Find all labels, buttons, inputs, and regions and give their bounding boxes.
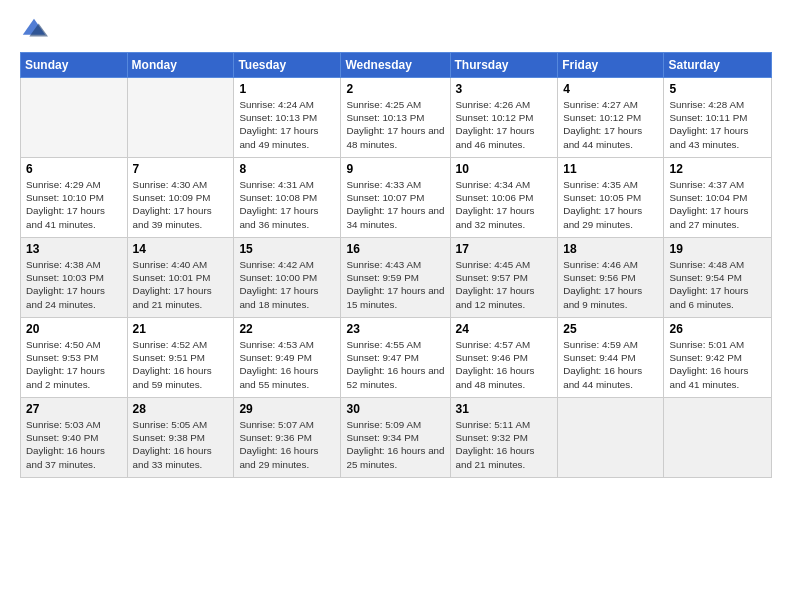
day-number: 9 bbox=[346, 162, 444, 176]
day-number: 8 bbox=[239, 162, 335, 176]
calendar-header-tuesday: Tuesday bbox=[234, 53, 341, 78]
day-info: Sunrise: 4:59 AM Sunset: 9:44 PM Dayligh… bbox=[563, 338, 658, 391]
day-number: 31 bbox=[456, 402, 553, 416]
day-number: 2 bbox=[346, 82, 444, 96]
calendar-cell: 21Sunrise: 4:52 AM Sunset: 9:51 PM Dayli… bbox=[127, 318, 234, 398]
day-number: 24 bbox=[456, 322, 553, 336]
calendar-cell: 19Sunrise: 4:48 AM Sunset: 9:54 PM Dayli… bbox=[664, 238, 772, 318]
day-number: 22 bbox=[239, 322, 335, 336]
day-info: Sunrise: 4:57 AM Sunset: 9:46 PM Dayligh… bbox=[456, 338, 553, 391]
calendar-header-monday: Monday bbox=[127, 53, 234, 78]
calendar-cell: 17Sunrise: 4:45 AM Sunset: 9:57 PM Dayli… bbox=[450, 238, 558, 318]
day-number: 11 bbox=[563, 162, 658, 176]
day-info: Sunrise: 4:45 AM Sunset: 9:57 PM Dayligh… bbox=[456, 258, 553, 311]
day-info: Sunrise: 4:38 AM Sunset: 10:03 PM Daylig… bbox=[26, 258, 122, 311]
day-number: 28 bbox=[133, 402, 229, 416]
day-info: Sunrise: 4:29 AM Sunset: 10:10 PM Daylig… bbox=[26, 178, 122, 231]
day-number: 6 bbox=[26, 162, 122, 176]
calendar-cell bbox=[664, 398, 772, 478]
calendar-header-sunday: Sunday bbox=[21, 53, 128, 78]
calendar-cell: 25Sunrise: 4:59 AM Sunset: 9:44 PM Dayli… bbox=[558, 318, 664, 398]
day-info: Sunrise: 5:11 AM Sunset: 9:32 PM Dayligh… bbox=[456, 418, 553, 471]
calendar-cell: 31Sunrise: 5:11 AM Sunset: 9:32 PM Dayli… bbox=[450, 398, 558, 478]
calendar-cell: 11Sunrise: 4:35 AM Sunset: 10:05 PM Dayl… bbox=[558, 158, 664, 238]
day-info: Sunrise: 4:24 AM Sunset: 10:13 PM Daylig… bbox=[239, 98, 335, 151]
day-info: Sunrise: 4:34 AM Sunset: 10:06 PM Daylig… bbox=[456, 178, 553, 231]
calendar-cell: 3Sunrise: 4:26 AM Sunset: 10:12 PM Dayli… bbox=[450, 78, 558, 158]
day-number: 26 bbox=[669, 322, 766, 336]
day-info: Sunrise: 4:40 AM Sunset: 10:01 PM Daylig… bbox=[133, 258, 229, 311]
day-info: Sunrise: 4:37 AM Sunset: 10:04 PM Daylig… bbox=[669, 178, 766, 231]
calendar-cell: 9Sunrise: 4:33 AM Sunset: 10:07 PM Dayli… bbox=[341, 158, 450, 238]
calendar-cell: 8Sunrise: 4:31 AM Sunset: 10:08 PM Dayli… bbox=[234, 158, 341, 238]
calendar-cell: 5Sunrise: 4:28 AM Sunset: 10:11 PM Dayli… bbox=[664, 78, 772, 158]
calendar-cell: 14Sunrise: 4:40 AM Sunset: 10:01 PM Dayl… bbox=[127, 238, 234, 318]
day-number: 4 bbox=[563, 82, 658, 96]
calendar-week-3: 13Sunrise: 4:38 AM Sunset: 10:03 PM Dayl… bbox=[21, 238, 772, 318]
calendar-cell: 7Sunrise: 4:30 AM Sunset: 10:09 PM Dayli… bbox=[127, 158, 234, 238]
calendar-cell: 12Sunrise: 4:37 AM Sunset: 10:04 PM Dayl… bbox=[664, 158, 772, 238]
day-info: Sunrise: 4:42 AM Sunset: 10:00 PM Daylig… bbox=[239, 258, 335, 311]
calendar-header-wednesday: Wednesday bbox=[341, 53, 450, 78]
day-number: 17 bbox=[456, 242, 553, 256]
day-number: 13 bbox=[26, 242, 122, 256]
day-info: Sunrise: 4:50 AM Sunset: 9:53 PM Dayligh… bbox=[26, 338, 122, 391]
day-number: 19 bbox=[669, 242, 766, 256]
day-number: 7 bbox=[133, 162, 229, 176]
day-number: 10 bbox=[456, 162, 553, 176]
day-info: Sunrise: 5:07 AM Sunset: 9:36 PM Dayligh… bbox=[239, 418, 335, 471]
day-number: 29 bbox=[239, 402, 335, 416]
day-number: 5 bbox=[669, 82, 766, 96]
day-info: Sunrise: 4:48 AM Sunset: 9:54 PM Dayligh… bbox=[669, 258, 766, 311]
day-number: 16 bbox=[346, 242, 444, 256]
calendar-cell: 26Sunrise: 5:01 AM Sunset: 9:42 PM Dayli… bbox=[664, 318, 772, 398]
logo bbox=[20, 16, 52, 44]
day-info: Sunrise: 5:01 AM Sunset: 9:42 PM Dayligh… bbox=[669, 338, 766, 391]
day-number: 30 bbox=[346, 402, 444, 416]
calendar-week-2: 6Sunrise: 4:29 AM Sunset: 10:10 PM Dayli… bbox=[21, 158, 772, 238]
day-number: 27 bbox=[26, 402, 122, 416]
calendar-cell: 15Sunrise: 4:42 AM Sunset: 10:00 PM Dayl… bbox=[234, 238, 341, 318]
day-info: Sunrise: 5:05 AM Sunset: 9:38 PM Dayligh… bbox=[133, 418, 229, 471]
day-number: 25 bbox=[563, 322, 658, 336]
day-info: Sunrise: 4:33 AM Sunset: 10:07 PM Daylig… bbox=[346, 178, 444, 231]
calendar-cell: 18Sunrise: 4:46 AM Sunset: 9:56 PM Dayli… bbox=[558, 238, 664, 318]
calendar-cell: 24Sunrise: 4:57 AM Sunset: 9:46 PM Dayli… bbox=[450, 318, 558, 398]
day-number: 15 bbox=[239, 242, 335, 256]
calendar-week-1: 1Sunrise: 4:24 AM Sunset: 10:13 PM Dayli… bbox=[21, 78, 772, 158]
calendar-header-row: SundayMondayTuesdayWednesdayThursdayFrid… bbox=[21, 53, 772, 78]
calendar-cell: 2Sunrise: 4:25 AM Sunset: 10:13 PM Dayli… bbox=[341, 78, 450, 158]
day-info: Sunrise: 4:43 AM Sunset: 9:59 PM Dayligh… bbox=[346, 258, 444, 311]
calendar-cell: 29Sunrise: 5:07 AM Sunset: 9:36 PM Dayli… bbox=[234, 398, 341, 478]
day-info: Sunrise: 4:27 AM Sunset: 10:12 PM Daylig… bbox=[563, 98, 658, 151]
calendar-cell: 27Sunrise: 5:03 AM Sunset: 9:40 PM Dayli… bbox=[21, 398, 128, 478]
header bbox=[20, 16, 772, 44]
calendar-cell: 10Sunrise: 4:34 AM Sunset: 10:06 PM Dayl… bbox=[450, 158, 558, 238]
calendar-cell: 30Sunrise: 5:09 AM Sunset: 9:34 PM Dayli… bbox=[341, 398, 450, 478]
day-number: 14 bbox=[133, 242, 229, 256]
day-info: Sunrise: 4:55 AM Sunset: 9:47 PM Dayligh… bbox=[346, 338, 444, 391]
calendar-cell: 6Sunrise: 4:29 AM Sunset: 10:10 PM Dayli… bbox=[21, 158, 128, 238]
calendar-cell: 20Sunrise: 4:50 AM Sunset: 9:53 PM Dayli… bbox=[21, 318, 128, 398]
calendar-cell: 28Sunrise: 5:05 AM Sunset: 9:38 PM Dayli… bbox=[127, 398, 234, 478]
calendar-cell bbox=[558, 398, 664, 478]
calendar-header-friday: Friday bbox=[558, 53, 664, 78]
day-info: Sunrise: 4:35 AM Sunset: 10:05 PM Daylig… bbox=[563, 178, 658, 231]
calendar-cell bbox=[21, 78, 128, 158]
day-number: 3 bbox=[456, 82, 553, 96]
day-info: Sunrise: 5:09 AM Sunset: 9:34 PM Dayligh… bbox=[346, 418, 444, 471]
calendar-cell: 22Sunrise: 4:53 AM Sunset: 9:49 PM Dayli… bbox=[234, 318, 341, 398]
calendar-cell: 13Sunrise: 4:38 AM Sunset: 10:03 PM Dayl… bbox=[21, 238, 128, 318]
day-info: Sunrise: 4:26 AM Sunset: 10:12 PM Daylig… bbox=[456, 98, 553, 151]
day-number: 21 bbox=[133, 322, 229, 336]
day-info: Sunrise: 5:03 AM Sunset: 9:40 PM Dayligh… bbox=[26, 418, 122, 471]
day-number: 1 bbox=[239, 82, 335, 96]
calendar-cell: 4Sunrise: 4:27 AM Sunset: 10:12 PM Dayli… bbox=[558, 78, 664, 158]
day-number: 12 bbox=[669, 162, 766, 176]
day-info: Sunrise: 4:53 AM Sunset: 9:49 PM Dayligh… bbox=[239, 338, 335, 391]
calendar-header-saturday: Saturday bbox=[664, 53, 772, 78]
page: SundayMondayTuesdayWednesdayThursdayFrid… bbox=[0, 0, 792, 612]
calendar-week-4: 20Sunrise: 4:50 AM Sunset: 9:53 PM Dayli… bbox=[21, 318, 772, 398]
day-info: Sunrise: 4:52 AM Sunset: 9:51 PM Dayligh… bbox=[133, 338, 229, 391]
day-info: Sunrise: 4:30 AM Sunset: 10:09 PM Daylig… bbox=[133, 178, 229, 231]
